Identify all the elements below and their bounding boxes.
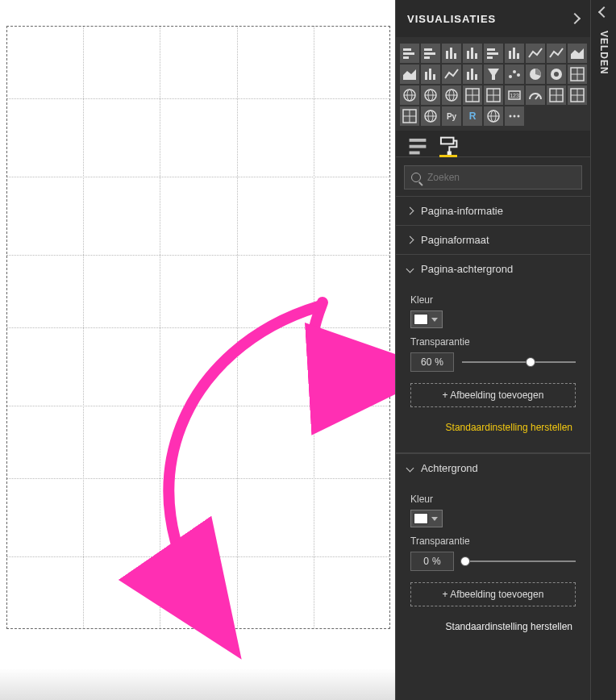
format-tab[interactable] [438, 135, 459, 156]
viz-matrix-icon[interactable] [463, 85, 482, 105]
fields-panel-collapsed[interactable]: VELDEN [590, 0, 616, 700]
color-label: Kleur [410, 294, 576, 306]
viz-waterfall-icon[interactable] [463, 65, 482, 84]
report-page-canvas[interactable] [6, 26, 390, 629]
svg-text:R: R [468, 110, 476, 122]
transparency-value: 60 [421, 356, 431, 368]
background-transparency-slider[interactable] [462, 552, 576, 571]
viz-slicer-icon[interactable] [400, 106, 419, 126]
caret-down-icon [431, 318, 438, 322]
fields-tab[interactable] [407, 135, 428, 156]
svg-rect-21 [467, 72, 469, 80]
svg-point-29 [554, 72, 559, 77]
viz-line-column-icon[interactable] [421, 65, 440, 84]
viz-pie-icon[interactable] [526, 65, 545, 84]
svg-rect-0 [403, 48, 411, 51]
page-background-transparency-input[interactable]: 60 % [410, 352, 454, 372]
background-add-image-button[interactable]: + Afbeelding toevoegen [410, 582, 576, 606]
format-search-box[interactable] [404, 165, 582, 190]
section-background[interactable]: Achtergrond [396, 454, 590, 482]
section-page-info-label: Pagina-informatie [421, 205, 503, 217]
svg-rect-22 [471, 69, 473, 80]
svg-rect-4 [424, 52, 435, 55]
background-color-picker[interactable] [410, 510, 443, 527]
chevron-down-icon [406, 265, 414, 273]
svg-rect-75 [447, 152, 452, 156]
fields-panel-title: VELDEN [598, 31, 610, 75]
svg-rect-3 [424, 48, 432, 51]
viz-clustered-column-icon[interactable] [463, 44, 482, 63]
percent-sign: % [435, 356, 443, 368]
viz-globe-icon[interactable] [484, 106, 503, 126]
viz-stacked-area-icon[interactable] [400, 65, 419, 84]
viz-line-clustered-icon[interactable] [442, 65, 461, 84]
svg-rect-12 [487, 48, 495, 51]
viz-100-stacked-bar-icon[interactable] [484, 44, 503, 63]
viz-line-icon[interactable] [547, 44, 566, 63]
viz-scatter-icon[interactable] [505, 65, 524, 84]
svg-rect-17 [517, 53, 519, 59]
viz-donut-icon[interactable] [547, 65, 566, 84]
svg-rect-72 [410, 145, 427, 148]
format-search-input[interactable] [427, 172, 575, 183]
section-page-background[interactable]: Pagina-achtergrond [396, 255, 590, 283]
viz-shape-map-icon[interactable] [442, 85, 461, 105]
viz-treemap-icon[interactable] [568, 65, 587, 84]
background-transparency-input[interactable]: 0 % [410, 552, 454, 571]
viz-r-script-icon[interactable]: R [463, 106, 482, 126]
search-icon [411, 173, 421, 182]
viz-100-stacked-column-icon[interactable] [505, 44, 524, 63]
transparency-label: Transparantie [410, 535, 576, 547]
viz-arcgis-icon[interactable] [421, 106, 440, 126]
svg-point-68 [509, 115, 511, 118]
svg-rect-71 [410, 139, 427, 142]
transparency-label: Transparantie [410, 336, 576, 348]
viz-stacked-column-icon[interactable] [442, 44, 461, 63]
color-label: Kleur [410, 494, 576, 505]
caret-down-icon [431, 517, 438, 521]
page-background-reset-link[interactable]: Standaardinstelling herstellen [410, 422, 572, 433]
color-swatch-preview [414, 314, 428, 325]
viz-table-icon[interactable] [484, 85, 503, 105]
report-canvas-area [0, 0, 395, 700]
viz-area-icon[interactable] [568, 44, 587, 63]
pane-tab-bar [396, 131, 590, 157]
viz-funnel-icon[interactable] [484, 65, 503, 84]
svg-rect-11 [475, 53, 477, 59]
svg-rect-8 [454, 53, 456, 59]
chevron-left-icon [597, 6, 609, 18]
svg-rect-74 [441, 138, 454, 144]
svg-rect-13 [487, 52, 498, 55]
svg-rect-7 [450, 48, 452, 59]
svg-point-26 [517, 73, 520, 77]
section-page-size[interactable]: Paginaformaat [396, 226, 590, 254]
section-page-info[interactable]: Pagina-informatie [396, 197, 590, 225]
viz-empty-slot [526, 106, 545, 126]
viz-map-icon[interactable] [400, 85, 419, 105]
viz-python-icon[interactable]: Py [442, 106, 461, 126]
page-background-add-image-button[interactable]: + Afbeelding toevoegen [410, 383, 576, 407]
viz-ribbon-icon[interactable] [526, 44, 545, 63]
viz-gauge-icon[interactable] [526, 85, 545, 105]
svg-rect-10 [471, 48, 473, 59]
svg-point-25 [513, 70, 516, 73]
viz-more-icon[interactable] [505, 106, 524, 126]
viz-clustered-bar-icon[interactable] [421, 44, 440, 63]
svg-rect-20 [433, 74, 435, 80]
svg-rect-5 [424, 56, 430, 59]
svg-rect-14 [487, 56, 493, 59]
viz-multi-row-card-icon[interactable] [568, 85, 587, 105]
viz-filled-map-icon[interactable] [421, 85, 440, 105]
viz-kpi-icon[interactable]: 123 [505, 85, 524, 105]
page-background-transparency-slider[interactable] [462, 352, 576, 372]
svg-rect-15 [509, 51, 511, 59]
section-page-background-label: Pagina-achtergrond [421, 263, 513, 275]
svg-text:Py: Py [446, 112, 456, 121]
page-background-color-picker[interactable] [410, 310, 443, 328]
background-reset-link[interactable]: Standaardinstelling herstellen [410, 621, 572, 632]
percent-sign: % [432, 556, 441, 567]
viz-card-icon[interactable] [547, 85, 566, 105]
viz-stacked-bar-icon[interactable] [400, 44, 419, 63]
svg-rect-6 [446, 51, 448, 59]
visualizations-panel-header[interactable]: VISUALISATIES [396, 0, 590, 37]
